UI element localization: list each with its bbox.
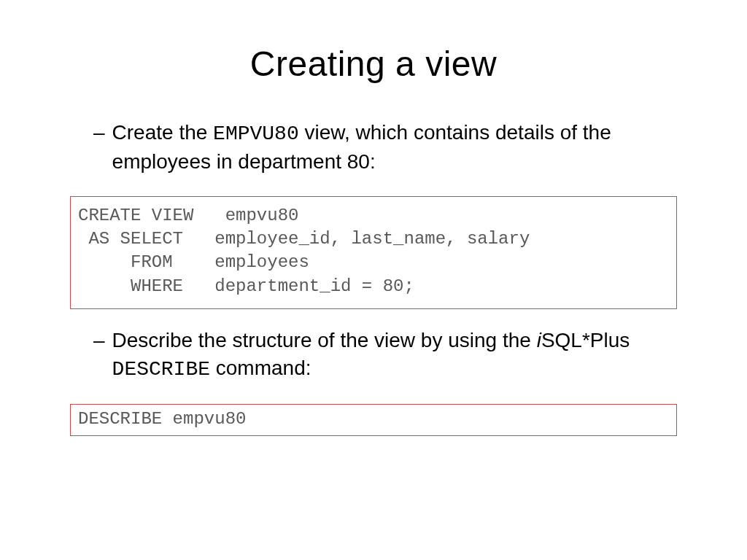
bullet-1-pre: Create the <box>112 121 214 144</box>
slide-title: Creating a view <box>70 44 677 84</box>
bullet-1-code: EMPVU80 <box>213 122 299 145</box>
bullet-2-mid: SQL*Plus <box>541 329 630 351</box>
bullet-2-text: Describe the structure of the view by us… <box>112 327 677 384</box>
code-block-create-view: CREATE VIEW empvu80 AS SELECT employee_i… <box>70 196 677 310</box>
bullet-1: – Create the EMPVU80 view, which contain… <box>93 119 677 176</box>
bullet-dash: – <box>93 327 105 354</box>
code-block-describe: DESCRIBE empvu80 <box>70 404 677 436</box>
bullet-2-code: DESCRIBE <box>112 358 210 381</box>
bullet-2: – Describe the structure of the view by … <box>93 327 677 384</box>
bullet-dash: – <box>93 119 105 147</box>
bullet-2-post: command: <box>210 357 311 379</box>
bullet-2-pre: Describe the structure of the view by us… <box>112 329 537 351</box>
bullet-1-text: Create the EMPVU80 view, which contains … <box>112 119 677 176</box>
